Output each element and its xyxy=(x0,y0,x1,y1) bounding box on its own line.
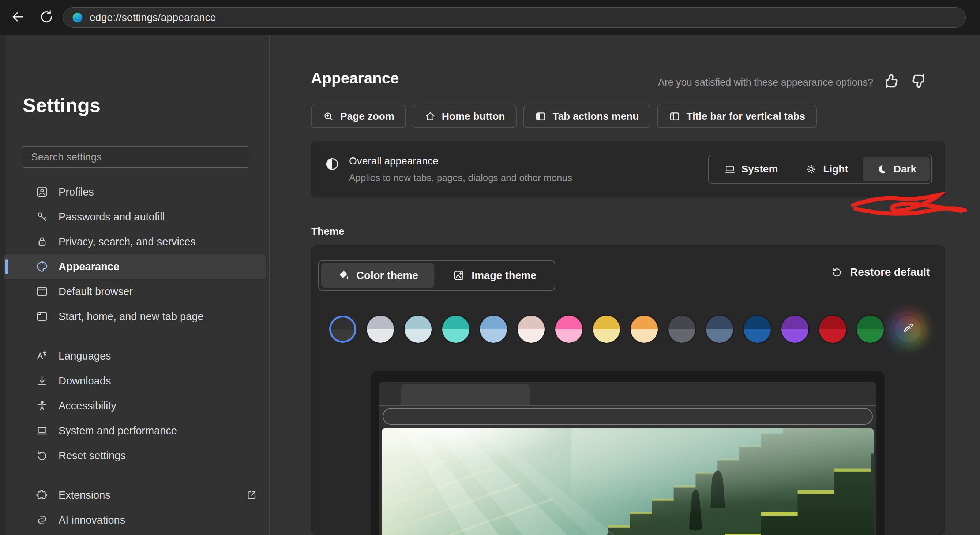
sidebar-item-about-microsoft-edge[interactable]: About Microsoft Edge xyxy=(4,532,266,535)
theme-color-powder-blue[interactable] xyxy=(404,316,432,343)
address-bar[interactable]: edge://settings/appearance xyxy=(63,7,966,28)
theme-preview-browser-window xyxy=(379,382,877,535)
thumbs-up-button[interactable] xyxy=(881,71,900,91)
languages-icon xyxy=(36,350,48,362)
title-bar-for-vertical-tabs-button[interactable]: Title bar for vertical tabs xyxy=(657,105,817,128)
appearance-mode-system[interactable]: System xyxy=(711,157,791,181)
external-link-icon xyxy=(246,489,258,501)
edge-settings-window: edge://settings/appearance Settings Prof… xyxy=(0,0,980,535)
restore-icon xyxy=(831,266,843,278)
sidebar-item-profiles[interactable]: Profiles xyxy=(4,179,266,204)
theme-color-default[interactable] xyxy=(329,316,356,343)
button-label: Tab actions menu xyxy=(552,110,639,122)
sidebar-item-label: Profiles xyxy=(59,186,94,198)
theme-preview-address-bar xyxy=(383,408,873,425)
sidebar-item-label: Extensions xyxy=(59,489,110,501)
sun-icon xyxy=(805,163,817,175)
sidebar-item-label: Appearance xyxy=(59,261,119,273)
sidebar-item-downloads[interactable]: Downloads xyxy=(4,368,266,393)
moon-icon xyxy=(876,163,888,175)
theme-preview-divider xyxy=(379,405,877,406)
sidebar-item-label: Passwords and autofill xyxy=(59,211,165,223)
settings-nav: ProfilesPasswords and autofillPrivacy, s… xyxy=(4,179,266,535)
theme-color-blue[interactable] xyxy=(480,316,507,343)
sidebar-item-label: Languages xyxy=(59,350,111,362)
thumbs-down-button[interactable] xyxy=(909,71,929,91)
ai-icon xyxy=(36,514,48,526)
theme-color-swatches xyxy=(329,316,921,343)
page-zoom-button[interactable]: Page zoom xyxy=(311,105,406,128)
sidebar-item-accessibility[interactable]: Accessibility xyxy=(4,393,266,418)
theme-color-orange[interactable] xyxy=(631,316,658,343)
sidebar-item-label: Default browser xyxy=(59,286,133,298)
home-icon xyxy=(424,110,436,122)
theme-color-silver[interactable] xyxy=(367,316,394,343)
restore-default-button[interactable]: Restore default xyxy=(831,266,930,278)
laptop-icon xyxy=(36,425,48,437)
tab-label: Color theme xyxy=(356,270,418,282)
settings-title: Settings xyxy=(23,94,100,117)
profiles-icon xyxy=(36,186,48,198)
theme-color-yellow[interactable] xyxy=(593,316,620,343)
theme-color-pink[interactable] xyxy=(555,316,582,343)
eyedropper-icon xyxy=(902,323,914,335)
theme-color-slate-blue[interactable] xyxy=(706,316,733,343)
sidebar-item-reset-settings[interactable]: Reset settings xyxy=(4,443,266,468)
sidebar-item-passwords-and-autofill[interactable]: Passwords and autofill xyxy=(4,204,266,229)
accessibility-icon xyxy=(36,399,48,412)
theme-color-rose-beige[interactable] xyxy=(518,316,545,343)
feedback-question: Are you satisfied with these appearance … xyxy=(658,77,873,88)
vertical-tabs-icon xyxy=(669,110,680,122)
reload-button[interactable] xyxy=(34,5,59,29)
segment-label: Light xyxy=(823,163,848,175)
restore-default-label: Restore default xyxy=(850,266,930,278)
paint-bucket-icon xyxy=(337,269,350,282)
tab-actions-menu-button[interactable]: Tab actions menu xyxy=(523,105,651,128)
image-icon xyxy=(452,269,465,282)
theme-color-dark-gray[interactable] xyxy=(668,316,695,343)
search-settings-input[interactable] xyxy=(22,147,250,168)
theme-color-green[interactable] xyxy=(857,316,884,343)
red-scribble-annotation xyxy=(847,188,972,219)
page-zoom-icon xyxy=(323,110,334,122)
appearance-mode-dark[interactable]: Dark xyxy=(863,157,929,181)
tab-color-theme[interactable]: Color theme xyxy=(321,263,434,288)
sidebar-item-start-home-and-new-tab-page[interactable]: Start, home, and new tab page xyxy=(4,304,266,329)
url-text: edge://settings/appearance xyxy=(90,12,216,24)
palette-icon xyxy=(36,260,48,273)
reset-icon xyxy=(36,449,48,462)
back-button[interactable] xyxy=(6,5,30,29)
sidebar-item-label: Downloads xyxy=(59,375,111,387)
lock-icon xyxy=(36,235,48,248)
appearance-shortcut-buttons: Page zoomHome buttonTab actions menuTitl… xyxy=(311,105,817,128)
sidebar-item-privacy-search-and-services[interactable]: Privacy, search, and services xyxy=(4,229,266,254)
sidebar-item-label: Privacy, search, and services xyxy=(59,236,196,248)
sidebar-item-extensions[interactable]: Extensions xyxy=(4,482,266,508)
browser-window-icon xyxy=(36,285,48,298)
theme-color-teal[interactable] xyxy=(442,316,469,343)
sidebar-item-default-browser[interactable]: Default browser xyxy=(4,279,266,304)
theme-color-red[interactable] xyxy=(819,316,846,343)
theme-type-tabs: Color themeImage theme xyxy=(318,260,555,291)
theme-color-custom-color-picker[interactable] xyxy=(894,316,921,343)
home-button-button[interactable]: Home button xyxy=(413,105,517,128)
tab-label: Image theme xyxy=(471,270,536,282)
button-label: Title bar for vertical tabs xyxy=(686,110,805,122)
theme-preview-frame xyxy=(371,371,885,535)
theme-color-navy-blue[interactable] xyxy=(744,316,771,343)
overall-appearance-subtitle: Applies to new tabs, pages, dialogs and … xyxy=(349,172,572,184)
sidebar-item-label: Accessibility xyxy=(59,400,116,412)
sidebar-item-label: Start, home, and new tab page xyxy=(59,310,204,323)
browser-toolbar: edge://settings/appearance xyxy=(0,0,980,35)
tab-actions-icon xyxy=(535,110,547,122)
tab-image-theme[interactable]: Image theme xyxy=(436,263,552,288)
sidebar-item-system-and-performance[interactable]: System and performance xyxy=(4,418,266,443)
theme-color-purple[interactable] xyxy=(781,316,808,343)
new-tab-page-icon xyxy=(36,310,48,323)
sidebar-item-ai-innovations[interactable]: AI innovations xyxy=(4,508,266,532)
sidebar-item-appearance[interactable]: Appearance xyxy=(4,254,266,279)
button-label: Page zoom xyxy=(340,110,395,122)
contrast-icon xyxy=(325,157,339,171)
appearance-mode-light[interactable]: Light xyxy=(792,157,861,181)
sidebar-item-languages[interactable]: Languages xyxy=(4,343,266,368)
